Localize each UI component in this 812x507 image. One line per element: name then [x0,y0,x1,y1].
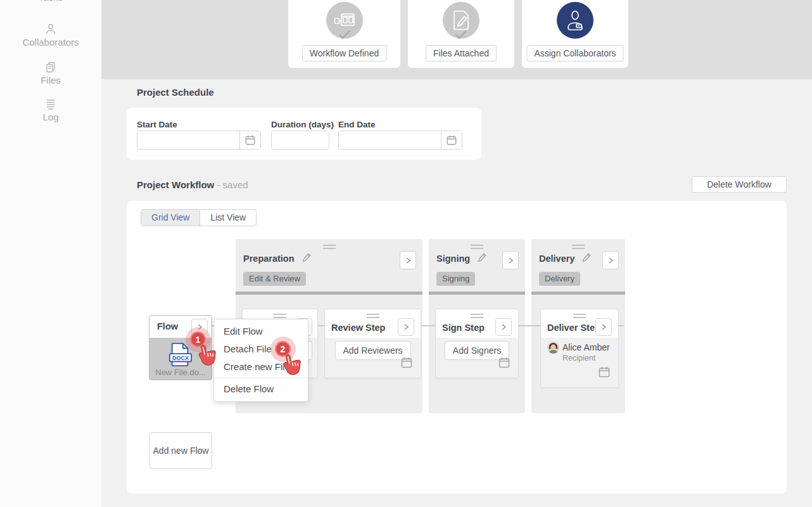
sidebar-item-label: Log [42,112,58,122]
drag-handle-icon[interactable] [471,245,483,251]
edit-pencil-icon[interactable] [301,253,312,263]
step-title: Sign Step [442,323,485,333]
duration-label: Duration (days) [271,120,334,129]
start-date-label: Start Date [137,120,177,129]
end-date-input[interactable] [339,131,441,149]
files-attached-button[interactable]: Files Attached [426,45,497,61]
calendar-icon[interactable] [498,356,511,371]
column-divider [531,292,625,295]
end-date-group [338,131,462,150]
project-workflow-title: Project Workflow - saved [137,179,248,190]
files-icon [0,61,101,74]
start-date-group [137,131,261,150]
end-date-label: End Date [338,120,376,129]
chevron-right-icon [499,323,508,331]
sidebar-item-collaborators[interactable]: Collaborators [0,23,101,48]
column-divider [236,292,422,295]
column-tag: Delivery [539,272,580,286]
column-title: Delivery [539,253,592,264]
drag-handle-icon[interactable] [367,314,379,320]
log-icon [0,99,101,110]
chevron-right-icon [506,256,515,265]
sidebar: Tasks Collaborators Files Log [0,0,101,507]
drag-handle-icon[interactable] [323,245,336,251]
step-card-review: Add Reviewers Review Step [324,309,421,378]
project-workflow-title-text: Project Workflow [137,179,214,190]
schedule-panel: Start Date Duration (days) End Date [127,108,481,160]
column-expand-button[interactable] [400,251,416,269]
start-date-input[interactable] [137,131,239,149]
column-title: Signing [436,253,487,264]
tab-grid-view[interactable]: Grid View [141,210,200,226]
hand-cursor-icon [196,343,216,369]
sidebar-item-log[interactable]: Log [0,99,101,122]
column-divider [429,292,525,295]
column-tag: Edit & Review [243,272,306,286]
tab-list-view[interactable]: List View [200,210,256,226]
column-title-text: Preparation [243,254,295,264]
hand-cursor-icon [281,352,301,379]
step-title: Deliver Step [547,323,600,333]
status-card-assign-collaborators: Assign Collaborators [522,0,628,68]
step-card-deliver: Deliver Step Alice Amber Recipient [540,309,619,388]
chevron-right-icon [403,256,412,265]
assign-collaborators-button[interactable]: Assign Collaborators [526,45,623,61]
chevron-right-icon [402,323,410,331]
check-icon [338,30,352,42]
duration-group [271,131,329,150]
workflow-saved-status: - saved [217,179,248,190]
status-card-files-attached: Files Attached [408,0,514,68]
status-card-workflow-defined: Workflow Defined [288,0,400,68]
edit-pencil-icon[interactable] [581,253,592,263]
sidebar-item-label: Collaborators [22,37,79,48]
column-title-text: Delivery [539,254,574,264]
drag-handle-icon[interactable] [572,245,585,251]
view-tabs: Grid View List View [141,209,257,226]
check-icon [454,30,468,42]
edit-pencil-icon[interactable] [477,253,487,263]
add-new-flow-button[interactable]: Add new Flow [149,432,212,469]
avatar [547,342,559,356]
menu-item-edit-flow[interactable]: Edit Flow [214,323,308,340]
calendar-icon[interactable] [400,356,413,371]
person-role: Recipient [562,354,595,363]
duration-input[interactable] [272,131,329,149]
column-title-text: Signing [436,254,470,264]
calendar-icon[interactable] [239,131,260,149]
step-expand-button[interactable] [398,318,414,336]
add-new-flow-label: Add new Flow [153,446,209,456]
calendar-icon[interactable] [598,366,611,381]
person-icon [0,23,101,35]
step-expand-button[interactable] [595,318,612,336]
project-schedule-title: Project Schedule [137,87,214,98]
column-tag: Signing [436,272,475,286]
menu-item-delete-flow[interactable]: Delete Flow [214,380,308,398]
column-expand-button[interactable] [502,251,519,269]
add-reviewers-button[interactable]: Add Reviewers [334,341,410,360]
svg-text:DOCX: DOCX [172,355,189,361]
step-expand-button[interactable] [495,318,512,336]
column-title: Preparation [243,253,312,264]
step-title: Review Step [331,323,385,333]
sidebar-item-tasks[interactable]: Tasks [0,0,101,3]
calendar-icon[interactable] [441,131,462,149]
step-card-sign: Add Signers Sign Step [435,309,519,378]
sidebar-item-files[interactable]: Files [0,61,101,86]
assign-collaborator-icon [557,2,593,39]
flow-title: Flow [157,321,178,331]
chevron-right-icon [606,256,615,265]
column-expand-button[interactable] [602,251,619,269]
workflow-defined-button[interactable]: Workflow Defined [302,45,386,61]
drag-handle-icon[interactable] [471,314,483,320]
delete-workflow-button[interactable]: Delete Workflow [692,176,787,193]
sidebar-item-label: Tasks [39,0,63,3]
chevron-right-icon [599,323,608,331]
drag-handle-icon[interactable] [573,314,586,320]
person-name: Alice Amber [562,342,610,352]
sidebar-item-label: Files [41,75,61,86]
